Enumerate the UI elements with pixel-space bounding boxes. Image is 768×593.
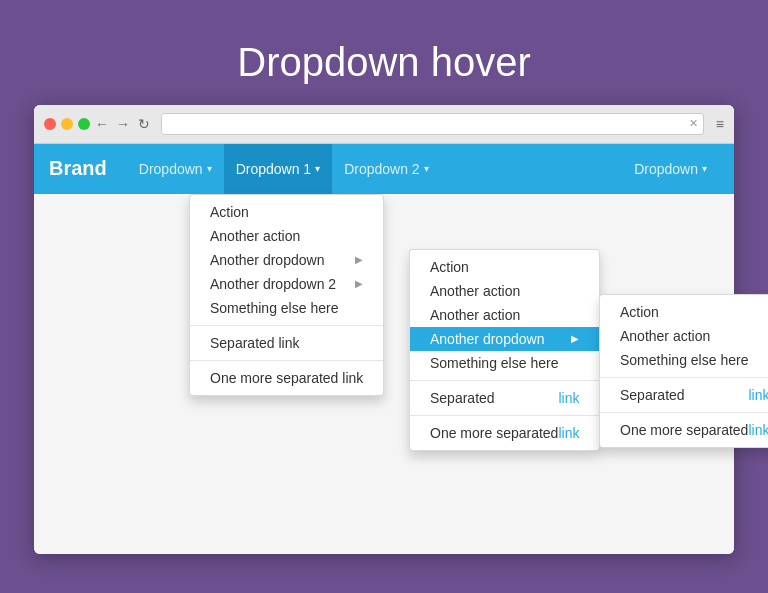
browser-content: Action Another action Another dropdown ▶… [34, 194, 734, 554]
dropdown-menu-3: Action Another action Something else her… [599, 294, 768, 448]
dropdown1-another-dropdown2-arrow: ▶ [355, 278, 363, 289]
dropdown2-separated-link[interactable]: Separated link [410, 386, 599, 410]
address-bar[interactable]: ✕ [161, 113, 704, 135]
traffic-lights [44, 118, 90, 130]
dropdown2-one-more-link[interactable]: link [558, 425, 579, 441]
dropdown1-separated-link-label: Separated link [210, 335, 300, 351]
dropdown-menu-1: Action Another action Another dropdown ▶… [189, 194, 384, 396]
dropdown2-link[interactable]: link [558, 390, 579, 406]
dropdown2-something-else[interactable]: Something else here [410, 351, 599, 375]
nav-right: Dropdown ▾ [622, 144, 719, 194]
dropdown1-separated-link[interactable]: Separated link [190, 331, 383, 355]
dropdown2-another-dropdown-label: Another dropdown [430, 331, 544, 347]
dropdown3-another-action-label: Another action [620, 328, 710, 344]
nav-dropdown2-caret: ▾ [424, 163, 429, 174]
dropdown3-separated-text: Separated [620, 387, 685, 403]
dropdown1-action[interactable]: Action [190, 200, 383, 224]
close-icon[interactable]: ✕ [689, 117, 698, 130]
dropdown2-action[interactable]: Action [410, 255, 599, 279]
dropdown1-another-dropdown-arrow: ▶ [355, 254, 363, 265]
dropdown3-something-else[interactable]: Something else here [600, 348, 768, 372]
dropdown1-something-else[interactable]: Something else here [190, 296, 383, 320]
dropdown1-action-label: Action [210, 204, 249, 220]
dropdown1-one-more-separated-link[interactable]: One more separated link [190, 366, 383, 390]
dropdown1-something-else-label: Something else here [210, 300, 338, 316]
nav-link-dropdown1-label: Dropdown 1 [236, 161, 312, 177]
dropdown2-another-action-2[interactable]: Another action [410, 303, 599, 327]
dropdown3-one-more-link[interactable]: link [748, 422, 768, 438]
dropdown2-one-more-text: One more separated [430, 425, 558, 441]
traffic-light-yellow [61, 118, 73, 130]
dropdown3-divider-1 [600, 377, 768, 378]
dropdown2-another-action-1-label: Another action [430, 283, 520, 299]
dropdown2-another-dropdown-arrow: ▶ [571, 333, 579, 344]
dropdown3-another-action[interactable]: Another action [600, 324, 768, 348]
dropdown1-another-dropdown[interactable]: Another dropdown ▶ [190, 248, 383, 272]
nav-link-dropdown2[interactable]: Dropdown 2 ▾ [332, 144, 441, 194]
dropdown-menu-2: Action Another action Another action Ano… [409, 249, 600, 451]
nav-item-dropdown1: Dropdown 1 ▾ [224, 144, 333, 194]
nav-item-dropdown2: Dropdown 2 ▾ [332, 144, 441, 194]
dropdown1-another-action-label: Another action [210, 228, 300, 244]
nav-link-dropdown1[interactable]: Dropdown 1 ▾ [224, 144, 333, 194]
dropdown1-another-action[interactable]: Another action [190, 224, 383, 248]
dropdown2-another-action-1[interactable]: Another action [410, 279, 599, 303]
nav-item-dropdown: Dropdown ▾ [127, 144, 224, 194]
nav-link-dropdown-label: Dropdown [139, 161, 203, 177]
navbar: Brand Dropdown ▾ Dropdown 1 ▾ Dropdown 2… [34, 144, 734, 194]
dropdown2-separated-text: Separated [430, 390, 495, 406]
nav-dropdown1-caret: ▾ [315, 163, 320, 174]
dropdown2-one-more-separated[interactable]: One more separated link [410, 421, 599, 445]
dropdown3-action-label: Action [620, 304, 659, 320]
dropdown3-link[interactable]: link [748, 387, 768, 403]
dropdown3-divider-2 [600, 412, 768, 413]
nav-buttons: ← → ↻ [44, 116, 153, 132]
nav-link-right-dropdown[interactable]: Dropdown ▾ [622, 144, 719, 194]
dropdown1-another-dropdown2-label: Another dropdown 2 [210, 276, 336, 292]
dropdown1-divider-2 [190, 360, 383, 361]
forward-button[interactable]: → [114, 116, 132, 132]
nav-items: Dropdown ▾ Dropdown 1 ▾ Dropdown 2 ▾ [127, 144, 622, 194]
nav-dropdown-caret: ▾ [207, 163, 212, 174]
dropdown2-another-dropdown[interactable]: Another dropdown ▶ [410, 327, 599, 351]
dropdown1-one-more-separated-link-label: One more separated link [210, 370, 363, 386]
navbar-brand[interactable]: Brand [49, 157, 107, 180]
reload-button[interactable]: ↻ [135, 116, 153, 132]
dropdown3-one-more-text: One more separated [620, 422, 748, 438]
dropdown2-action-label: Action [430, 259, 469, 275]
dropdown2-another-action-2-label: Another action [430, 307, 520, 323]
page-title: Dropdown hover [237, 40, 531, 85]
dropdown2-divider-2 [410, 415, 599, 416]
browser-window: ← → ↻ ✕ ≡ Brand Dropdown ▾ Dropdown 1 ▾ [34, 105, 734, 554]
dropdown3-one-more-separated[interactable]: One more separated link [600, 418, 768, 442]
traffic-light-red [44, 118, 56, 130]
dropdown2-something-else-label: Something else here [430, 355, 558, 371]
dropdown3-action[interactable]: Action [600, 300, 768, 324]
dropdown3-separated-link[interactable]: Separated link [600, 383, 768, 407]
back-button[interactable]: ← [93, 116, 111, 132]
nav-link-dropdown[interactable]: Dropdown ▾ [127, 144, 224, 194]
hamburger-icon[interactable]: ≡ [716, 116, 724, 132]
nav-link-dropdown2-label: Dropdown 2 [344, 161, 420, 177]
nav-right-caret: ▾ [702, 163, 707, 174]
dropdown2-divider-1 [410, 380, 599, 381]
dropdown1-another-dropdown-label: Another dropdown [210, 252, 324, 268]
dropdown3-something-else-label: Something else here [620, 352, 748, 368]
dropdown1-another-dropdown2[interactable]: Another dropdown 2 ▶ [190, 272, 383, 296]
traffic-light-green [78, 118, 90, 130]
browser-chrome: ← → ↻ ✕ ≡ [34, 105, 734, 144]
nav-link-right-label: Dropdown [634, 161, 698, 177]
dropdown1-divider-1 [190, 325, 383, 326]
